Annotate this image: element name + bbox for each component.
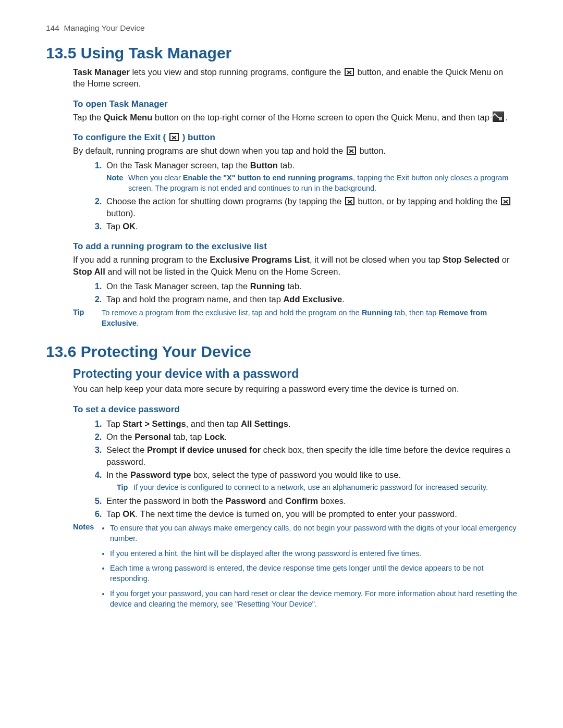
tip-label: Tip: [73, 308, 102, 328]
manual-page: 144 Managing Your Device 13.5 Using Task…: [0, 0, 563, 647]
notes-label: Notes: [73, 523, 102, 613]
task-manager-tap-icon: [493, 112, 504, 122]
configure-intro: By default, running programs are shut do…: [73, 145, 517, 156]
section-13-6-body: Protecting your device with a password Y…: [73, 367, 517, 613]
note-item: To ensure that you can always make emerg…: [110, 523, 517, 544]
note-body: When you clear Enable the "X" button to …: [128, 173, 517, 193]
exclusive-steps: On the Task Manager screen, tap the Runn…: [73, 280, 517, 305]
configure-steps: On the Task Manager screen, tap the Butt…: [73, 159, 517, 232]
step-1: On the Task Manager screen, tap the Butt…: [104, 159, 517, 193]
protect-intro: You can help keep your data more secure …: [73, 383, 517, 394]
x-icon: [345, 68, 354, 76]
x-icon: [501, 197, 510, 205]
subheading-set-password: To set a device password: [73, 404, 517, 415]
note-item: If you forget your password, you can har…: [110, 588, 517, 610]
section-13-5-body: Task Manager lets you view and stop runn…: [73, 66, 517, 328]
note-item: If you entered a hint, the hint will be …: [110, 548, 517, 559]
note-row: Note When you clear Enable the "X" butto…: [106, 173, 517, 193]
step-1: On the Task Manager screen, tap the Runn…: [104, 280, 517, 292]
x-icon: [169, 133, 179, 141]
note-item: Each time a wrong password is entered, t…: [110, 563, 517, 584]
section-heading-13-6: 13.6 Protecting Your Device: [46, 343, 517, 361]
chapter-title: Managing Your Device: [64, 23, 145, 32]
subheading-exclusive-list: To add a running program to the exclusiv…: [73, 241, 517, 252]
subheading-protect-password: Protecting your device with a password: [73, 367, 517, 381]
step-4: In the Password type box, select the typ…: [104, 469, 517, 493]
step-6: Tap OK. The next time the device is turn…: [104, 508, 517, 520]
page-number: 144: [46, 23, 59, 32]
tip-body: If your device is configured to connect …: [133, 483, 517, 493]
set-password-steps: Tap Start > Settings, and then tap All S…: [73, 418, 517, 520]
page-header: 144 Managing Your Device: [46, 23, 517, 33]
tip-row: Tip If your device is configured to conn…: [117, 483, 517, 493]
step-1: Tap Start > Settings, and then tap All S…: [104, 418, 517, 429]
notes-block: Notes To ensure that you can always make…: [73, 523, 517, 613]
intro-para: Task Manager lets you view and stop runn…: [73, 66, 517, 90]
tip-label: Tip: [117, 483, 133, 493]
exclusive-intro: If you add a running program to the Excl…: [73, 254, 517, 277]
subheading-configure-exit: To configure the Exit ( ) button: [73, 132, 517, 143]
step-2: Choose the action for shutting down prog…: [104, 195, 517, 219]
subheading-open-task-manager: To open Task Manager: [73, 99, 517, 109]
step-2: Tap and hold the program name, and then …: [104, 293, 517, 305]
step-5: Enter the password in both the Password …: [104, 495, 517, 507]
section-heading-13-5: 13.5 Using Task Manager: [46, 44, 517, 62]
open-task-manager-para: Tap the Quick Menu button on the top-rig…: [73, 112, 517, 123]
step-3: Select the Prompt if device unused for c…: [104, 444, 517, 467]
x-icon: [345, 197, 354, 205]
step-3: Tap OK.: [104, 220, 517, 232]
tip-row: Tip To remove a program from the exclusi…: [73, 308, 517, 328]
x-icon: [347, 146, 356, 155]
step-2: On the Personal tab, tap Lock.: [104, 431, 517, 442]
tip-body: To remove a program from the exclusive l…: [102, 308, 517, 328]
note-label: Note: [106, 173, 128, 193]
notes-body: To ensure that you can always make emerg…: [102, 523, 517, 613]
